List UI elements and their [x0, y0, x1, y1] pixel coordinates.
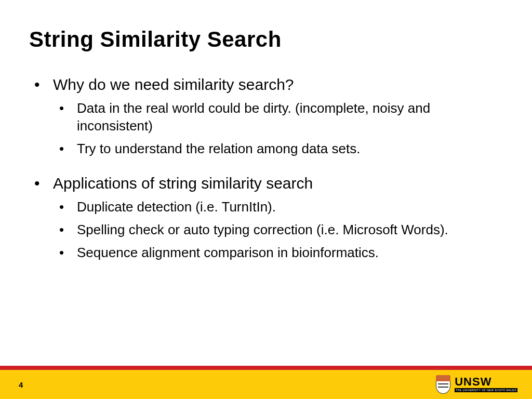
- sub-bullet-list: Data in the real world could be dirty. (…: [53, 100, 501, 157]
- slide-body: Why do we need similarity search? Data i…: [31, 75, 501, 277]
- bullet-list: Why do we need similarity search? Data i…: [31, 75, 501, 262]
- bullet-text: Why do we need similarity search?: [53, 76, 294, 93]
- crest-icon: [436, 375, 450, 394]
- sub-bullet-item: Try to understand the relation among dat…: [53, 140, 501, 158]
- page-number: 4: [19, 380, 23, 389]
- unsw-logo: UNSW THE UNIVERSITY OF NEW SOUTH WALES: [436, 375, 517, 394]
- brand-subtitle: THE UNIVERSITY OF NEW SOUTH WALES: [455, 388, 517, 392]
- bullet-item: Applications of string similarity search…: [31, 174, 501, 262]
- footer-red-bar: [0, 366, 532, 370]
- sub-bullet-list: Duplicate detection (i.e. TurnItIn). Spe…: [53, 198, 501, 261]
- footer-yellow-bar: 4 UNSW THE UNIVERSITY OF NEW SOUTH WALES: [0, 370, 532, 399]
- sub-bullet-item: Duplicate detection (i.e. TurnItIn).: [53, 198, 501, 216]
- sub-bullet-item: Spelling check or auto typing correction…: [53, 221, 501, 239]
- slide-title: String Similarity Search: [29, 27, 282, 52]
- sub-bullet-item: Data in the real world could be dirty. (…: [53, 100, 501, 135]
- bullet-text: Applications of string similarity search: [53, 175, 313, 192]
- brand-name: UNSW: [455, 377, 517, 387]
- brand-block: UNSW THE UNIVERSITY OF NEW SOUTH WALES: [455, 377, 517, 392]
- footer: 4 UNSW THE UNIVERSITY OF NEW SOUTH WALES: [0, 366, 532, 399]
- sub-bullet-item: Sequence alignment comparison in bioinfo…: [53, 244, 501, 262]
- slide: String Similarity Search Why do we need …: [0, 0, 532, 399]
- bullet-item: Why do we need similarity search? Data i…: [31, 75, 501, 158]
